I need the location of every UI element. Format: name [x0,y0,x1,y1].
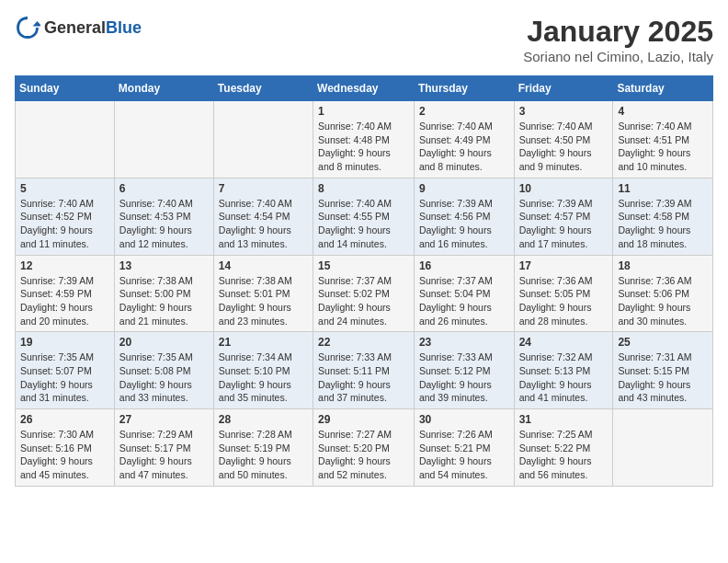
day-number: 31 [519,413,609,426]
day-info: Sunrise: 7:32 AM Sunset: 5:13 PM Dayligh… [519,350,609,405]
table-row: 16Sunrise: 7:37 AM Sunset: 5:04 PM Dayli… [414,255,514,332]
table-row: 21Sunrise: 7:34 AM Sunset: 5:10 PM Dayli… [213,332,313,409]
day-number: 10 [519,182,609,195]
table-row: 19Sunrise: 7:35 AM Sunset: 5:07 PM Dayli… [16,332,115,409]
day-number: 6 [119,182,209,195]
day-number: 8 [318,182,409,195]
table-row: 23Sunrise: 7:33 AM Sunset: 5:12 PM Dayli… [414,332,514,409]
day-number: 3 [519,105,609,118]
table-row: 24Sunrise: 7:32 AM Sunset: 5:13 PM Dayli… [514,332,613,409]
day-info: Sunrise: 7:31 AM Sunset: 5:15 PM Dayligh… [618,350,708,405]
day-number: 27 [119,413,209,426]
day-number: 2 [419,105,509,118]
table-row: 18Sunrise: 7:36 AM Sunset: 5:06 PM Dayli… [613,255,713,332]
day-info: Sunrise: 7:33 AM Sunset: 5:11 PM Dayligh… [318,350,409,405]
day-number: 16 [419,259,509,272]
page-header: GeneralBlue January 2025 Soriano nel Cim… [15,15,713,64]
day-number: 28 [219,413,308,426]
header-wednesday: Wednesday [313,76,415,101]
table-row [613,409,713,487]
day-number: 19 [20,336,109,349]
day-number: 9 [419,182,509,195]
day-info: Sunrise: 7:38 AM Sunset: 5:00 PM Dayligh… [119,274,209,328]
day-info: Sunrise: 7:26 AM Sunset: 5:21 PM Dayligh… [419,428,509,482]
header-saturday: Saturday [613,76,713,101]
day-number: 20 [119,336,209,349]
table-row: 30Sunrise: 7:26 AM Sunset: 5:21 PM Dayli… [414,409,514,487]
table-row: 28Sunrise: 7:28 AM Sunset: 5:19 PM Dayli… [213,409,313,487]
day-info: Sunrise: 7:40 AM Sunset: 4:54 PM Dayligh… [219,197,308,251]
title-block: January 2025 Soriano nel Cimino, Lazio, … [523,15,713,64]
table-row: 2Sunrise: 7:40 AM Sunset: 4:49 PM Daylig… [414,101,514,178]
table-row: 5Sunrise: 7:40 AM Sunset: 4:52 PM Daylig… [16,178,115,255]
table-row: 29Sunrise: 7:27 AM Sunset: 5:20 PM Dayli… [313,409,415,487]
day-info: Sunrise: 7:40 AM Sunset: 4:53 PM Dayligh… [119,197,209,251]
table-row: 4Sunrise: 7:40 AM Sunset: 4:51 PM Daylig… [613,101,713,178]
header-monday: Monday [114,76,213,101]
header-friday: Friday [514,76,613,101]
day-info: Sunrise: 7:40 AM Sunset: 4:49 PM Dayligh… [419,120,509,174]
day-number: 14 [219,259,308,272]
header-sunday: Sunday [16,76,115,101]
day-info: Sunrise: 7:39 AM Sunset: 4:59 PM Dayligh… [20,274,109,328]
calendar-week-row: 19Sunrise: 7:35 AM Sunset: 5:07 PM Dayli… [16,332,713,409]
table-row: 25Sunrise: 7:31 AM Sunset: 5:15 PM Dayli… [613,332,713,409]
logo-general: General [44,18,106,37]
day-info: Sunrise: 7:40 AM Sunset: 4:55 PM Dayligh… [318,197,409,251]
logo-icon [15,15,40,40]
header-row: SundayMondayTuesdayWednesdayThursdayFrid… [16,76,713,101]
day-number: 7 [219,182,308,195]
day-number: 26 [20,413,109,426]
calendar-subtitle: Soriano nel Cimino, Lazio, Italy [523,49,713,64]
day-number: 22 [318,336,409,349]
table-row: 14Sunrise: 7:38 AM Sunset: 5:01 PM Dayli… [213,255,313,332]
table-row: 11Sunrise: 7:39 AM Sunset: 4:58 PM Dayli… [613,178,713,255]
table-row [16,101,115,178]
calendar-week-row: 1Sunrise: 7:40 AM Sunset: 4:48 PM Daylig… [16,101,713,178]
day-number: 13 [119,259,209,272]
day-number: 15 [318,259,409,272]
day-info: Sunrise: 7:28 AM Sunset: 5:19 PM Dayligh… [219,428,308,482]
header-tuesday: Tuesday [213,76,313,101]
day-info: Sunrise: 7:36 AM Sunset: 5:05 PM Dayligh… [519,274,609,328]
day-number: 4 [618,105,708,118]
day-number: 5 [20,182,109,195]
day-info: Sunrise: 7:36 AM Sunset: 5:06 PM Dayligh… [618,274,708,328]
header-thursday: Thursday [414,76,514,101]
table-row: 13Sunrise: 7:38 AM Sunset: 5:00 PM Dayli… [114,255,213,332]
day-info: Sunrise: 7:25 AM Sunset: 5:22 PM Dayligh… [519,428,609,482]
day-number: 21 [219,336,308,349]
day-info: Sunrise: 7:33 AM Sunset: 5:12 PM Dayligh… [419,350,509,405]
table-row [213,101,313,178]
svg-marker-0 [33,21,40,27]
day-number: 17 [519,259,609,272]
day-number: 23 [419,336,509,349]
table-row: 15Sunrise: 7:37 AM Sunset: 5:02 PM Dayli… [313,255,415,332]
table-row: 20Sunrise: 7:35 AM Sunset: 5:08 PM Dayli… [114,332,213,409]
day-info: Sunrise: 7:34 AM Sunset: 5:10 PM Dayligh… [219,350,308,405]
table-row: 27Sunrise: 7:29 AM Sunset: 5:17 PM Dayli… [114,409,213,487]
table-row: 31Sunrise: 7:25 AM Sunset: 5:22 PM Dayli… [514,409,613,487]
day-info: Sunrise: 7:38 AM Sunset: 5:01 PM Dayligh… [219,274,308,328]
day-number: 11 [618,182,708,195]
logo: GeneralBlue [15,15,142,40]
day-number: 29 [318,413,409,426]
day-number: 24 [519,336,609,349]
table-row: 7Sunrise: 7:40 AM Sunset: 4:54 PM Daylig… [213,178,313,255]
day-info: Sunrise: 7:30 AM Sunset: 5:16 PM Dayligh… [20,428,109,482]
table-row: 17Sunrise: 7:36 AM Sunset: 5:05 PM Dayli… [514,255,613,332]
day-info: Sunrise: 7:40 AM Sunset: 4:48 PM Dayligh… [318,120,409,174]
day-info: Sunrise: 7:27 AM Sunset: 5:20 PM Dayligh… [318,428,409,482]
day-info: Sunrise: 7:39 AM Sunset: 4:58 PM Dayligh… [618,197,708,251]
table-row: 6Sunrise: 7:40 AM Sunset: 4:53 PM Daylig… [114,178,213,255]
logo-blue: Blue [106,18,142,37]
calendar-week-row: 26Sunrise: 7:30 AM Sunset: 5:16 PM Dayli… [16,409,713,487]
day-number: 1 [318,105,409,118]
table-row: 10Sunrise: 7:39 AM Sunset: 4:57 PM Dayli… [514,178,613,255]
table-row [114,101,213,178]
calendar-table: SundayMondayTuesdayWednesdayThursdayFrid… [15,75,713,487]
table-row: 26Sunrise: 7:30 AM Sunset: 5:16 PM Dayli… [16,409,115,487]
day-info: Sunrise: 7:39 AM Sunset: 4:57 PM Dayligh… [519,197,609,251]
table-row: 9Sunrise: 7:39 AM Sunset: 4:56 PM Daylig… [414,178,514,255]
day-info: Sunrise: 7:40 AM Sunset: 4:51 PM Dayligh… [618,120,708,174]
